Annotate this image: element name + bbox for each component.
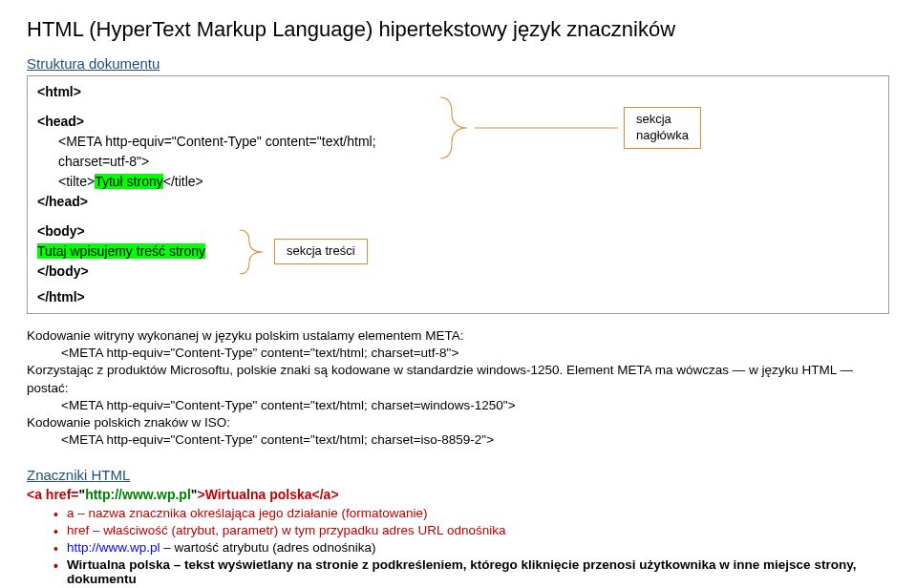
bullet-url: http://www.wp.pl – wartość atrybutu (adr…: [53, 540, 889, 555]
page-title: HTML (HyperText Markup Language) hiperte…: [27, 17, 889, 42]
code-head-close: </head>: [37, 192, 438, 212]
bullet-wirtualna: Wirtualna polska – tekst wyświetlany na …: [53, 557, 889, 586]
brace-icon: [238, 228, 265, 276]
explain-l1: Kodowanie witryny wykonanej w języku pol…: [27, 327, 889, 345]
explain-l5: Kodowanie polskich znaków w ISO:: [27, 414, 889, 431]
bullet-href: href – właściwość (atrybut, parametr) w …: [53, 523, 889, 537]
code-head-open: <head>: [37, 112, 438, 132]
code-html-open: <html>: [37, 82, 438, 102]
code-html-close: </html>: [37, 287, 879, 307]
explain-l2: <META http-equiv="Content-Type" content=…: [61, 345, 889, 362]
callout-body: sekcja treści: [274, 239, 368, 264]
explain-l3: Korzystając z produktów Microsoftu, pols…: [27, 362, 889, 396]
callout-head: sekcjanagłówka: [624, 107, 701, 149]
annotation-head: sekcjanagłówka: [438, 95, 701, 160]
code-body-close: </body>: [37, 262, 228, 282]
code-body-open: <body>: [37, 221, 228, 242]
explain-l6: <META http-equiv="Content-Type" content=…: [61, 431, 889, 449]
arrow-line-icon: [475, 122, 618, 134]
section-znaczniki: Znaczniki HTML: [27, 467, 889, 483]
section-struktura: Struktura dokumentu: [27, 55, 889, 72]
explain-l4: <META http-equiv="Content-Type" content=…: [61, 397, 889, 414]
code-box: <html> <head> <META http-equiv="Content-…: [27, 75, 889, 314]
link-example: <a href="http://www.wp.pl">Wirtualna pol…: [27, 487, 889, 502]
explain-block: Kodowanie witryny wykonanej w języku pol…: [27, 327, 889, 450]
brace-icon: [438, 95, 469, 160]
bullet-list: a – nazwa znacznika określająca jego dzi…: [27, 506, 889, 586]
code-body-text: Tutaj wpisujemy treść strony: [37, 242, 228, 262]
code-title-line: <tilte>Tytuł strony</title>: [58, 172, 438, 192]
code-meta: <META http-equiv="Content-Type" content=…: [58, 132, 438, 172]
bullet-a: a – nazwa znacznika określająca jego dzi…: [53, 506, 889, 520]
